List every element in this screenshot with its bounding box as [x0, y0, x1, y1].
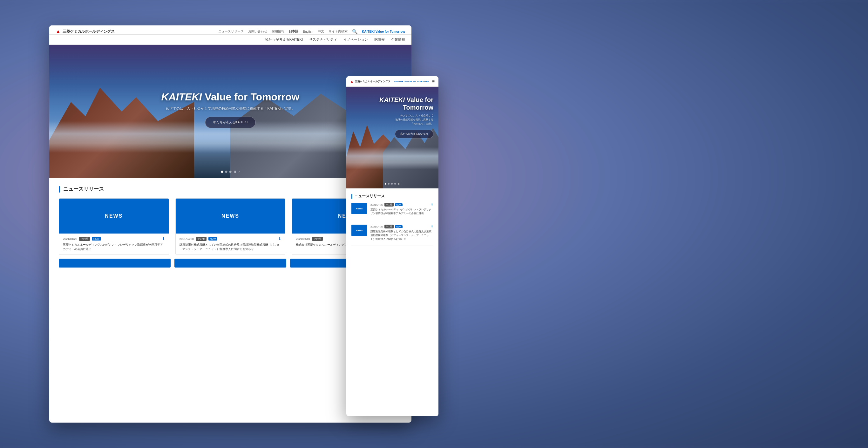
mobile-hero-kaiteki: KAITEKI: [379, 96, 405, 103]
hero-subtitle: めざすのは、人・社会そして地球の持続可能な発展に貢献する「KAITEKI」実現。: [161, 106, 300, 111]
news-title: ニュースリリース: [63, 186, 104, 192]
mobile-news-bar-decoration: [351, 194, 352, 199]
utility-nav-bar: ▲ 三菱ケミカルホールディングス ニュースリリース お問い合わせ 採用情報 日本…: [49, 25, 411, 35]
download-icon-2[interactable]: ⬇: [278, 237, 281, 241]
mobile-news-meta-2: 2021/04/28 その他 NEW ⬇: [370, 225, 433, 229]
next-arrow-icon[interactable]: ›: [239, 169, 240, 174]
news-text-2: 譲渡制限付株式報酬としての自己株式の処分及び業績連動型株式報酬（パフォーマンス・…: [180, 243, 281, 251]
mobile-news-title: ニュースリリース: [354, 193, 385, 199]
news-more-btn-1[interactable]: [59, 259, 170, 268]
news-card-body-2: 2021/04/28 その他 NEW ⬇ 譲渡制限付株式報酬としての自己株式の処…: [176, 234, 285, 255]
slider-dot-3[interactable]: [229, 171, 231, 173]
mobile-news-text-2: 譲渡制限付株式報酬としての自己株式の処分及び業績連動型株式報酬（パフォーマンス・…: [370, 230, 433, 241]
mobile-header: ▲ 三菱ケミカルホールディングス KAITEKI Value for Tomor…: [346, 76, 438, 87]
mobile-header-right: KAITEKI Value for Tomorrow ≡: [394, 79, 435, 84]
nav-lang-ja[interactable]: 日本語: [289, 29, 298, 34]
mitsubishi-icon: ▲: [56, 29, 61, 34]
nav-kaiteki-think[interactable]: 私たちが考えるKAITEKI: [265, 37, 303, 42]
news-meta-2: 2021/04/28 その他 NEW ⬇: [180, 237, 281, 241]
news-tag-other-1: その他: [79, 237, 90, 241]
news-card-body-1: 2021/04/28 その他 NEW ⬇ 三菱ケミカルホールディングスのグレン・…: [59, 234, 169, 255]
pause-icon[interactable]: ⏸: [234, 170, 237, 174]
mobile-browser-window: ▲ 三菱ケミカルホールディングス KAITEKI Value for Tomor…: [346, 76, 438, 416]
mobile-pause-icon[interactable]: ⏸: [398, 182, 400, 185]
mobile-news-item-1: NEWS 2021/04/28 その他 NEW ⬇ 三菱ケミカルホールディングス…: [351, 203, 433, 220]
nav-innovation[interactable]: イノベーション: [343, 37, 368, 42]
main-nav-bar: 私たちが考えるKAITEKI サステナビリティ イノベーション IR情報 企業情…: [49, 35, 411, 45]
mobile-dot-2[interactable]: [388, 183, 390, 185]
news-card-2: NEWS 2021/04/28 その他 NEW ⬇ 譲渡制限付株式報酬としての自…: [175, 198, 286, 255]
mobile-news-meta-1: 2021/04/28 その他 NEW ⬇: [370, 203, 433, 207]
nav-recruit[interactable]: 採用情報: [272, 29, 284, 34]
mobile-hero-content: KAITEKI Value for Tomorrow めざすのは、人・社会そして…: [346, 96, 438, 138]
news-card-img-1: NEWS: [59, 199, 169, 234]
mobile-tag-other-1: その他: [384, 203, 394, 207]
news-bar-decoration: [59, 186, 60, 192]
news-card-img-2: NEWS: [176, 199, 285, 234]
mobile-news-item-2: NEWS 2021/04/28 その他 NEW ⬇ 譲渡制限付株式報酬としての自…: [351, 225, 433, 246]
news-card-1: NEWS 2021/04/28 その他 NEW ⬇ 三菱ケミカルホールディングス…: [59, 198, 169, 255]
mobile-company-name: 三菱ケミカルホールディングス: [355, 80, 391, 83]
nav-news-releases[interactable]: ニュースリリース: [218, 29, 244, 34]
hero-title: KAITEKI Value for Tomorrow: [161, 91, 300, 103]
news-tag-other-3: その他: [312, 237, 323, 241]
utility-nav: ニュースリリース お問い合わせ 採用情報 日本語 English 中文 サイト内…: [218, 29, 358, 34]
news-tag-new-1: NEW: [92, 237, 101, 241]
search-icon[interactable]: 🔍: [352, 29, 358, 34]
download-icon-1[interactable]: ⬇: [162, 237, 165, 241]
news-meta-1: 2021/04/28 その他 NEW ⬇: [63, 237, 165, 241]
mobile-news-section: ニュースリリース NEWS 2021/04/28 その他 NEW ⬇ 三菱ケミカ…: [346, 188, 438, 256]
news-date-2: 2021/04/28: [180, 237, 194, 241]
nav-contact[interactable]: お問い合わせ: [248, 29, 267, 34]
mobile-cloud-layer: [346, 147, 438, 169]
hero-button[interactable]: 私たちが考えるKAITEKI: [205, 117, 255, 128]
mobile-tag-new-1: NEW: [395, 203, 403, 206]
mobile-dot-4[interactable]: [394, 183, 396, 185]
mobile-news-header: ニュースリリース: [351, 193, 433, 199]
mobile-news-date-2: 2021/04/28: [370, 225, 383, 228]
mobile-news-date-1: 2021/04/28: [370, 203, 383, 206]
nav-site-search[interactable]: サイト内検索: [329, 29, 348, 34]
mobile-hero-button[interactable]: 私たちが考えるKAITEKI: [395, 130, 433, 139]
mobile-dl-icon-2[interactable]: ⬇: [431, 225, 433, 228]
hero-content: KAITEKI Value for Tomorrow めざすのは、人・社会そして…: [161, 91, 300, 128]
mobile-mitsubishi-icon: ▲: [350, 80, 353, 83]
mobile-news-content-1: 2021/04/28 その他 NEW ⬇ 三菱ケミカルホールディングスのグレン・…: [370, 203, 433, 215]
mobile-news-content-2: 2021/04/28 その他 NEW ⬇ 譲渡制限付株式報酬としての自己株式の処…: [370, 225, 433, 241]
hamburger-icon[interactable]: ≡: [432, 79, 435, 84]
mobile-logo[interactable]: ▲ 三菱ケミカルホールディングス: [350, 80, 391, 83]
mobile-news-img-2: NEWS: [351, 225, 367, 236]
news-date-3: 2021/04/01: [296, 237, 310, 241]
mobile-kaiteki-link[interactable]: KAITEKI Value for Tomorrow: [394, 80, 429, 83]
mobile-news-text-1: 三菱ケミカルホールディングスのグレン・フレデリクソン取締役が米国科学アカデミーの…: [370, 208, 433, 215]
mobile-dot-3[interactable]: [391, 183, 393, 185]
mobile-hero-section: KAITEKI Value for Tomorrow めざすのは、人・社会そして…: [346, 87, 438, 188]
kaiteki-top-link[interactable]: KAITEKI Value for Tomorrow: [362, 30, 405, 33]
slider-dots: ⏸ ›: [221, 169, 240, 174]
nav-ir[interactable]: IR情報: [374, 37, 385, 42]
nav-sustainability[interactable]: サステナビリティ: [309, 37, 337, 42]
company-name: 三菱ケミカルホールディングス: [63, 29, 115, 34]
mobile-dl-icon-1[interactable]: ⬇: [431, 203, 433, 206]
mobile-tag-new-2: NEW: [395, 225, 403, 228]
nav-lang-en[interactable]: English: [303, 30, 313, 33]
mobile-dot-1[interactable]: [385, 183, 386, 185]
nav-company[interactable]: 企業情報: [391, 37, 405, 42]
hero-title-kaiteki: KAITEKI: [161, 91, 202, 102]
mobile-hero-subtitle: めざすのは、人・社会そして 地球の持続可能な発展に貢献する 「KAITEKI」実…: [351, 114, 433, 126]
mobile-tag-other-2: その他: [384, 225, 394, 229]
news-date-1: 2021/04/28: [63, 237, 77, 241]
mobile-slider-dots: ⏸: [385, 182, 400, 185]
nav-lang-zh[interactable]: 中文: [318, 29, 324, 34]
mobile-hero-title: KAITEKI Value for Tomorrow: [351, 96, 433, 111]
slider-dot-2[interactable]: [225, 171, 227, 173]
news-text-1: 三菱ケミカルホールディングスのグレン・フレデリクソン取締役が米国科学アカデミーの…: [63, 243, 165, 251]
logo[interactable]: ▲ 三菱ケミカルホールディングス: [56, 29, 115, 34]
hero-title-rest: Value for Tomorrow: [202, 91, 300, 102]
news-more-btn-2[interactable]: [175, 259, 286, 268]
slider-dot-1[interactable]: [221, 171, 223, 173]
news-tag-other-2: その他: [196, 237, 207, 241]
mobile-news-img-1: NEWS: [351, 203, 367, 214]
news-tag-new-2: NEW: [209, 237, 218, 241]
